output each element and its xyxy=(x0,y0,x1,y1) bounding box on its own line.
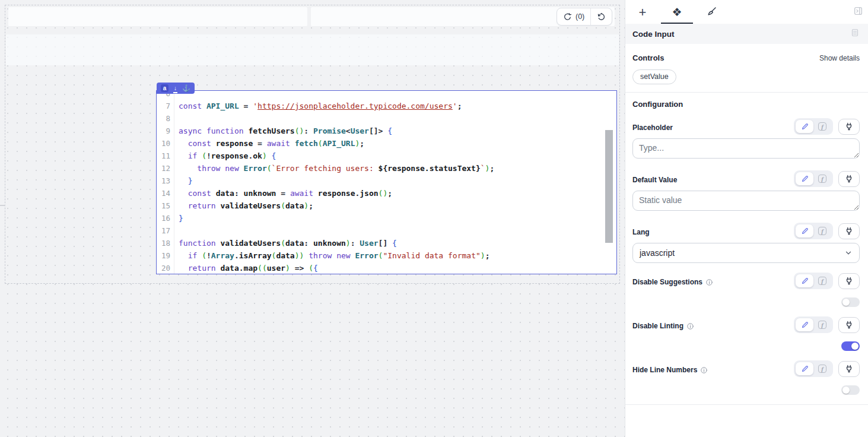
tab-widgets[interactable]: ❖ xyxy=(660,0,694,24)
refresh-button[interactable]: (0) xyxy=(557,8,590,25)
bind-data-button[interactable] xyxy=(838,273,860,289)
hide-line-numbers-toggle[interactable] xyxy=(841,385,860,395)
line-number: 13 xyxy=(157,175,174,187)
fx-mode-button[interactable]: f xyxy=(813,224,831,238)
edit-mode-button[interactable] xyxy=(796,318,813,331)
code-text: return data.map((user) => ({ xyxy=(174,262,318,274)
edit-icon xyxy=(801,175,809,183)
code-text: if (!Array.isArray(data)) throw new Erro… xyxy=(174,249,489,262)
code-text: async function fetchUsers(): Promise<Use… xyxy=(174,125,392,137)
edit-icon xyxy=(801,227,809,235)
widget-type-badge[interactable]: a xyxy=(161,84,168,92)
code-line: 19 if (!Array.isArray(data)) throw new E… xyxy=(157,249,616,262)
info-icon[interactable] xyxy=(705,278,713,286)
fx-mode-button[interactable]: f xyxy=(813,274,831,287)
fx-icon: f xyxy=(818,175,826,183)
pin-down-icon[interactable]: ↓ xyxy=(174,86,177,91)
widgets-tab-icon: ❖ xyxy=(672,7,682,18)
anchor-icon[interactable]: ⚓ xyxy=(182,85,190,91)
style-tab-icon xyxy=(706,7,717,17)
placeholder-input[interactable] xyxy=(632,138,860,159)
edit-mode-button[interactable] xyxy=(796,224,813,238)
edit-mode-button[interactable] xyxy=(796,120,813,133)
prop-label: Hide Line Numbers xyxy=(632,366,697,374)
prop-label: Placeholder xyxy=(632,124,673,135)
editor-scrollbar[interactable] xyxy=(605,130,613,243)
edit-mode-button[interactable] xyxy=(796,172,813,185)
code-text: } xyxy=(174,175,192,187)
prop-row-disable-linting: Disable Linting f xyxy=(632,316,860,351)
prop-label: Disable Suggestions xyxy=(632,278,702,286)
line-number: 11 xyxy=(157,150,174,162)
fx-mode-button[interactable]: f xyxy=(813,362,831,375)
code-editor[interactable]: 67const API_URL = 'https://jsonplacehold… xyxy=(157,90,616,274)
line-number: 16 xyxy=(157,212,174,224)
plug-icon xyxy=(845,122,853,131)
code-text: throw new Error(`Error fetching users: $… xyxy=(174,162,494,175)
bind-data-button[interactable] xyxy=(838,119,860,135)
plug-icon xyxy=(845,277,853,285)
code-line: 14 const data: unknown = await response.… xyxy=(157,187,616,200)
line-number: 9 xyxy=(157,125,174,137)
code-text: const data: unknown = await response.jso… xyxy=(174,187,392,200)
fx-icon: f xyxy=(818,321,826,329)
bind-data-button[interactable] xyxy=(838,317,860,333)
line-number: 12 xyxy=(157,162,174,175)
edit-icon xyxy=(801,123,809,131)
disable-linting-toggle[interactable] xyxy=(841,341,860,351)
bind-data-button[interactable] xyxy=(838,223,860,239)
line-number: 7 xyxy=(157,100,174,112)
plug-icon xyxy=(845,321,853,329)
code-text xyxy=(174,224,179,237)
plug-icon xyxy=(845,365,853,373)
lang-select-value: javascript xyxy=(640,248,675,258)
code-text xyxy=(174,112,179,125)
design-canvas[interactable]: (0) a ↓ ⚓ 67const API_URL = 'https://jso… xyxy=(0,0,625,437)
widget-toolbar: a ↓ ⚓ xyxy=(157,83,195,94)
prop-row-placeholder: Placeholder f xyxy=(632,118,860,161)
history-button[interactable] xyxy=(591,8,612,25)
line-number: 10 xyxy=(157,137,174,150)
show-details-link[interactable]: Show details xyxy=(819,54,860,62)
code-text: return validateUsers(data); xyxy=(174,200,313,212)
line-number: 15 xyxy=(157,200,174,212)
code-input-widget[interactable]: 67const API_URL = 'https://jsonplacehold… xyxy=(156,90,617,274)
chevron-down-icon xyxy=(844,249,853,257)
fx-icon: f xyxy=(818,227,826,235)
setvalue-chip[interactable]: setValue xyxy=(632,69,676,84)
code-line: 11 if (!response.ok) { xyxy=(157,150,616,162)
fx-mode-button[interactable]: f xyxy=(813,318,831,331)
default-value-input[interactable] xyxy=(632,191,860,211)
prop-label: Lang xyxy=(632,228,650,239)
refresh-count: (0) xyxy=(576,12,584,21)
line-number: 17 xyxy=(157,224,174,237)
bind-data-button[interactable] xyxy=(838,361,860,377)
tab-style[interactable] xyxy=(694,0,729,24)
edit-mode-button[interactable] xyxy=(796,274,813,287)
edit-mode-button[interactable] xyxy=(796,362,813,375)
edit-icon xyxy=(801,321,809,329)
history-icon xyxy=(597,12,606,21)
code-text: const API_URL = 'https://jsonplaceholder… xyxy=(174,100,462,112)
prop-row-lang: Lang f javascript xyxy=(632,223,860,263)
lang-select[interactable]: javascript xyxy=(632,243,860,263)
fx-mode-button[interactable]: f xyxy=(813,120,831,133)
disable-suggestions-toggle[interactable] xyxy=(841,297,860,307)
plug-icon xyxy=(845,227,853,235)
value-mode-segment: f xyxy=(794,118,833,135)
tab-add[interactable]: + xyxy=(625,0,660,24)
bind-data-button[interactable] xyxy=(838,171,860,187)
fx-mode-button[interactable]: f xyxy=(813,172,831,185)
collapse-panel-button[interactable] xyxy=(853,6,863,18)
doc-button[interactable] xyxy=(850,28,860,40)
fx-icon: f xyxy=(818,277,826,285)
code-text: } xyxy=(174,212,183,224)
info-icon[interactable] xyxy=(686,322,694,330)
value-mode-segment: f xyxy=(794,170,833,187)
edit-icon xyxy=(801,277,809,285)
line-number: 20 xyxy=(157,262,174,274)
info-icon[interactable] xyxy=(700,366,708,374)
code-line: 6 xyxy=(157,90,616,100)
canvas-edge-handle[interactable] xyxy=(0,205,5,206)
value-mode-segment: f xyxy=(794,316,833,333)
